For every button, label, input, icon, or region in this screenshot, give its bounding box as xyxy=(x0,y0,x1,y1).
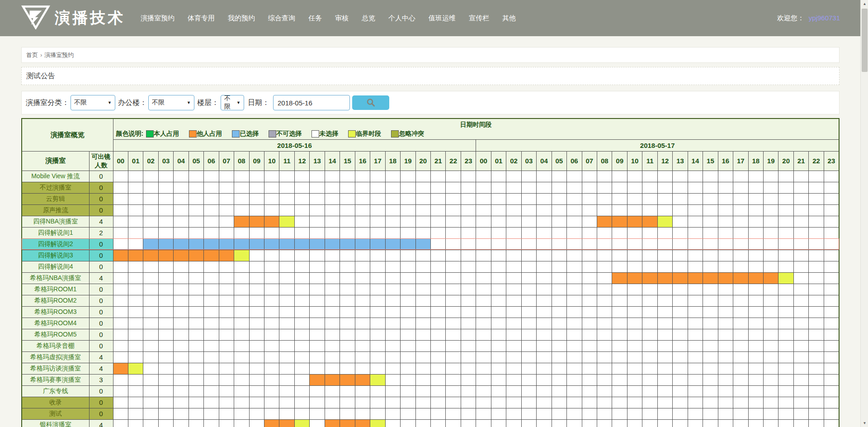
schedule-cell[interactable] xyxy=(204,216,219,227)
schedule-cell[interactable] xyxy=(537,238,552,250)
schedule-cell[interactable] xyxy=(642,238,657,250)
schedule-cell[interactable] xyxy=(778,227,793,238)
schedule-cell[interactable] xyxy=(612,193,627,204)
schedule-cell[interactable] xyxy=(219,272,234,284)
schedule-cell[interactable] xyxy=(597,204,612,216)
schedule-cell[interactable] xyxy=(249,374,264,385)
schedule-cell[interactable] xyxy=(431,238,446,250)
schedule-cell[interactable] xyxy=(189,182,203,193)
schedule-cell[interactable] xyxy=(415,238,430,250)
schedule-cell[interactable] xyxy=(189,238,203,250)
schedule-cell[interactable] xyxy=(763,318,778,329)
schedule-cell[interactable] xyxy=(370,216,385,227)
schedule-cell[interactable] xyxy=(264,284,279,295)
schedule-cell[interactable] xyxy=(733,329,748,340)
schedule-cell[interactable] xyxy=(778,284,793,295)
schedule-cell[interactable] xyxy=(446,385,461,397)
schedule-cell[interactable] xyxy=(476,171,491,182)
schedule-cell[interactable] xyxy=(189,261,203,272)
schedule-cell[interactable] xyxy=(703,238,718,250)
schedule-cell[interactable] xyxy=(415,272,430,284)
schedule-cell[interactable] xyxy=(158,182,173,193)
schedule-cell[interactable] xyxy=(597,340,612,351)
schedule-cell[interactable] xyxy=(537,204,552,216)
schedule-cell[interactable] xyxy=(476,385,491,397)
schedule-cell[interactable] xyxy=(355,351,370,363)
schedule-cell[interactable] xyxy=(234,272,249,284)
schedule-cell[interactable] xyxy=(582,340,597,351)
nav-item-5[interactable]: 审核 xyxy=(335,14,349,23)
schedule-cell[interactable] xyxy=(552,408,566,419)
schedule-cell[interactable] xyxy=(688,374,703,385)
schedule-cell[interactable] xyxy=(748,397,763,408)
schedule-cell[interactable] xyxy=(355,193,370,204)
schedule-cell[interactable] xyxy=(627,272,642,284)
schedule-cell[interactable] xyxy=(763,227,778,238)
schedule-cell[interactable] xyxy=(158,318,173,329)
schedule-cell[interactable] xyxy=(612,171,627,182)
schedule-cell[interactable] xyxy=(279,284,294,295)
schedule-cell[interactable] xyxy=(476,193,491,204)
schedule-cell[interactable] xyxy=(279,397,294,408)
schedule-cell[interactable] xyxy=(703,385,718,397)
schedule-cell[interactable] xyxy=(809,182,824,193)
schedule-cell[interactable] xyxy=(279,193,294,204)
schedule-cell[interactable] xyxy=(582,193,597,204)
schedule-cell[interactable] xyxy=(264,318,279,329)
schedule-cell[interactable] xyxy=(703,182,718,193)
schedule-cell[interactable] xyxy=(793,363,808,374)
schedule-cell[interactable] xyxy=(158,295,173,306)
schedule-cell[interactable] xyxy=(340,329,355,340)
schedule-cell[interactable] xyxy=(310,284,325,295)
schedule-cell[interactable] xyxy=(809,329,824,340)
schedule-cell[interactable] xyxy=(234,171,249,182)
schedule-cell[interactable] xyxy=(279,227,294,238)
schedule-cell[interactable] xyxy=(537,295,552,306)
schedule-cell[interactable] xyxy=(748,363,763,374)
schedule-cell[interactable] xyxy=(385,340,400,351)
schedule-cell[interactable] xyxy=(552,216,566,227)
schedule-cell[interactable] xyxy=(778,419,793,427)
schedule-cell[interactable] xyxy=(642,182,657,193)
vertical-scrollbar[interactable]: ▲ ▼ xyxy=(860,0,868,427)
schedule-cell[interactable] xyxy=(249,340,264,351)
schedule-cell[interactable] xyxy=(673,351,688,363)
schedule-cell[interactable] xyxy=(158,306,173,318)
schedule-cell[interactable] xyxy=(491,193,506,204)
schedule-cell[interactable] xyxy=(748,216,763,227)
schedule-cell[interactable] xyxy=(128,261,143,272)
schedule-cell[interactable] xyxy=(401,318,415,329)
schedule-cell[interactable] xyxy=(763,306,778,318)
schedule-cell[interactable] xyxy=(476,182,491,193)
schedule-cell[interactable] xyxy=(582,238,597,250)
schedule-cell[interactable] xyxy=(310,261,325,272)
schedule-cell[interactable] xyxy=(446,238,461,250)
schedule-cell[interactable] xyxy=(340,385,355,397)
schedule-cell[interactable] xyxy=(612,374,627,385)
schedule-cell[interactable] xyxy=(809,385,824,397)
schedule-cell[interactable] xyxy=(521,193,536,204)
schedule-cell[interactable] xyxy=(733,419,748,427)
schedule-cell[interactable] xyxy=(158,408,173,419)
schedule-cell[interactable] xyxy=(370,182,385,193)
schedule-cell[interactable] xyxy=(733,351,748,363)
schedule-cell[interactable] xyxy=(688,419,703,427)
schedule-cell[interactable] xyxy=(234,397,249,408)
schedule-cell[interactable] xyxy=(537,374,552,385)
schedule-cell[interactable] xyxy=(763,340,778,351)
schedule-cell[interactable] xyxy=(189,227,203,238)
schedule-cell[interactable] xyxy=(355,419,370,427)
schedule-cell[interactable] xyxy=(506,284,521,295)
schedule-cell[interactable] xyxy=(673,419,688,427)
schedule-cell[interactable] xyxy=(703,351,718,363)
schedule-cell[interactable] xyxy=(461,306,476,318)
schedule-cell[interactable] xyxy=(219,397,234,408)
schedule-cell[interactable] xyxy=(733,284,748,295)
schedule-cell[interactable] xyxy=(688,363,703,374)
schedule-cell[interactable] xyxy=(612,295,627,306)
schedule-cell[interactable] xyxy=(461,419,476,427)
schedule-cell[interactable] xyxy=(809,238,824,250)
schedule-cell[interactable] xyxy=(431,193,446,204)
schedule-cell[interactable] xyxy=(552,419,566,427)
schedule-cell[interactable] xyxy=(567,272,582,284)
